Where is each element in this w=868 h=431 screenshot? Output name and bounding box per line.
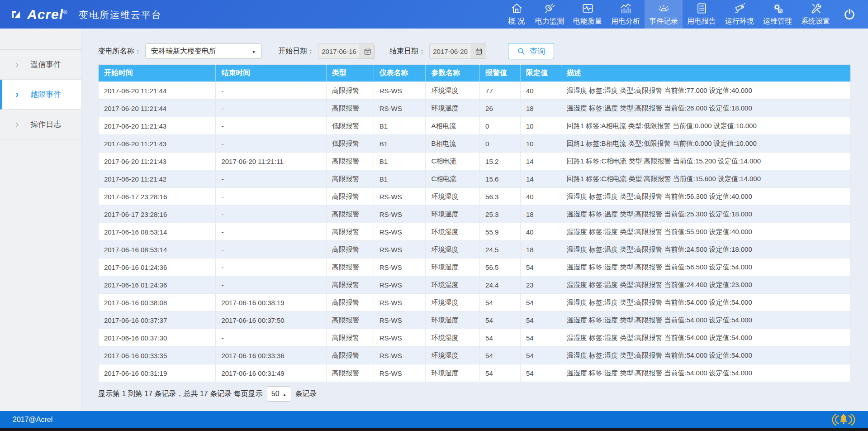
table-cell: C相电流 [426,170,480,188]
table-row[interactable]: 2017-06-20 11:21:43-低限报警B1A相电流010回路1 标签:… [99,117,851,135]
table-row[interactable]: 2017-06-20 11:21:44-高限报警RS-WS环境温度2618温湿度… [99,100,851,117]
search-icon [517,47,526,56]
table-cell: 54 [520,364,561,382]
nav-item-usage-report[interactable]: 用电报告 [683,0,721,29]
table-cell: 10 [520,117,561,135]
table-cell: - [216,188,326,206]
table-header-row: 开始时间 结束时间 类型 仪表名称 参数名称 报警值 限定值 描述 [99,65,851,82]
table-cell: 温湿度 标签:湿度 类型:高限报警 当前值:77.000 设定值:40.000 [561,82,850,100]
page-size-select[interactable]: 50 [267,386,291,402]
nav-item-power-monitoring[interactable]: 电力监测 [531,0,569,29]
alarm-notification-button[interactable] [832,413,855,426]
table-cell: 温湿度 标签:湿度 类型:高限报警 当前值:54.000 设定值:54.000 [561,329,850,347]
nav-item-power-quality[interactable]: 电能质量 [569,0,607,29]
table-cell: 高限报警 [326,82,374,100]
sidebar-item-limit-events[interactable]: 越限事件 [0,80,81,110]
table-cell: 2017-06-16 00:37:50 [216,311,326,329]
pagination-summary: 显示第 1 到第 17 条记录，总共 17 条记录 每页显示 [98,389,263,399]
nav-item-environment[interactable]: 运行环境 [721,0,759,29]
table-cell: 2017-06-17 23:28:16 [99,188,216,206]
table-cell: RS-WS [374,223,426,241]
table-cell: 15.6 [480,170,521,188]
end-date-input[interactable]: 2017-06-20 [429,43,471,59]
table-row[interactable]: 2017-06-16 00:37:372017-06-16 00:37:50高限… [99,311,851,329]
table-cell: 54 [520,259,561,276]
table-cell: 2017-06-16 00:38:08 [99,294,216,311]
pagination-suffix: 条记录 [295,389,317,399]
logout-power-button[interactable] [835,0,868,29]
table-cell: 18 [520,100,561,117]
table-row[interactable]: 2017-06-16 00:37:30-高限报警RS-WS环境湿度5454温湿度… [99,329,851,347]
table-cell: 2017-06-16 01:24:36 [99,276,216,294]
table-cell: C相电流 [426,153,480,170]
power-icon [843,8,856,21]
table-cell: 温湿度 标签:湿度 类型:高限报警 当前值:54.000 设定值:54.000 [561,311,850,329]
table-cell: 2017-06-17 23:28:16 [99,206,216,223]
table-cell: RS-WS [374,241,426,259]
table-cell: 温湿度 标签:温度 类型:高限报警 当前值:25.300 设定值:18.000 [561,206,850,223]
table-cell: RS-WS [374,276,426,294]
station-label: 变电所名称： [98,47,142,56]
table-row[interactable]: 2017-06-16 01:24:36-高限报警RS-WS环境温度24.423温… [99,276,851,294]
top-nav: 概 况 电力监测 电能质量 用电分析 [503,0,835,29]
table-cell: 55.9 [480,223,521,241]
bar-chart-icon [620,2,632,14]
logo-text: Acrel® [27,7,68,22]
plug-icon [544,2,556,14]
table-row[interactable]: 2017-06-20 11:21:43-低限报警B1B相电流010回路1 标签:… [99,135,851,153]
table-cell: 温湿度 标签:湿度 类型:高限报警 当前值:56.300 设定值:40.000 [561,188,850,206]
table-cell: 54 [520,329,561,347]
start-date-calendar-button[interactable] [360,43,375,59]
table-cell: 56.3 [480,188,521,206]
table-cell: 2017-06-16 00:31:49 [216,364,326,382]
table-row[interactable]: 2017-06-17 23:28:16-高限报警RS-WS环境温度25.318温… [99,206,851,223]
table-row[interactable]: 2017-06-16 00:31:192017-06-16 00:31:49高限… [99,364,851,382]
start-date-input[interactable]: 2017-06-16 [318,43,360,59]
nav-item-maintenance[interactable]: 运维管理 [759,0,797,29]
nav-item-event-records[interactable]: 事件记录 [645,0,683,29]
end-date-calendar-button[interactable] [471,43,486,59]
table-cell: RS-WS [374,347,426,364]
table-cell: 高限报警 [326,259,374,276]
table-row[interactable]: 2017-06-16 00:38:082017-06-16 00:38:19高限… [99,294,851,311]
start-date-group: 2017-06-16 [318,43,375,59]
table-row[interactable]: 2017-06-20 11:21:42-高限报警B1C相电流15.614回路1 … [99,170,851,188]
table-cell: 2017-06-20 11:21:43 [99,135,216,153]
table-row[interactable]: 2017-06-20 11:21:44-高限报警RS-WS环境湿度7740温湿度… [99,82,851,100]
table-row[interactable]: 2017-06-16 08:53:14-高限报警RS-WS环境温度24.518温… [99,241,851,259]
table-row[interactable]: 2017-06-17 23:28:16-高限报警RS-WS环境湿度56.340温… [99,188,851,206]
table-cell: 10 [520,135,561,153]
pagination-bar: 显示第 1 到第 17 条记录，总共 17 条记录 每页显示 50 条记录 [98,386,851,402]
table-row[interactable]: 2017-06-20 11:21:432017-06-20 11:21:11高限… [99,153,851,170]
sidebar-item-operation-log[interactable]: 操作日志 [0,110,81,139]
sidebar-item-telesignal-events[interactable]: 遥信事件 [0,50,81,80]
table-cell: - [216,117,326,135]
table-cell: B1 [374,153,426,170]
end-date-group: 2017-06-20 [429,43,486,59]
table-cell: 77 [480,82,521,100]
event-table-body: 2017-06-20 11:21:44-高限报警RS-WS环境湿度7740温湿度… [99,82,851,382]
table-cell: 54 [480,347,521,364]
nav-item-system-settings[interactable]: 系统设置 [797,0,835,29]
table-cell: 2017-06-20 11:21:44 [99,82,216,100]
table-row[interactable]: 2017-06-16 00:33:352017-06-16 00:33:36高限… [99,347,851,364]
tools-icon [810,2,822,14]
nav-item-overview[interactable]: 概 况 [503,0,531,29]
station-select[interactable]: 安科瑞新大楼变电所 [145,43,262,59]
table-cell: 54 [520,347,561,364]
table-cell: RS-WS [374,311,426,329]
table-cell: 2017-06-16 00:31:19 [99,364,216,382]
nav-item-usage-analysis[interactable]: 用电分析 [607,0,645,29]
table-row[interactable]: 2017-06-16 01:24:36-高限报警RS-WS环境湿度56.554温… [99,259,851,276]
filter-bar: 变电所名称： 安科瑞新大楼变电所 开始日期： 2017-06-16 结束日期： … [98,43,851,59]
table-cell: 温湿度 标签:湿度 类型:高限报警 当前值:54.000 设定值:54.000 [561,294,850,311]
table-row[interactable]: 2017-06-16 08:53:14-高限报警RS-WS环境湿度55.940温… [99,223,851,241]
dropdown-arrow-icon [251,47,256,55]
column-header: 结束时间 [216,65,326,82]
table-cell: 2017-06-16 08:53:14 [99,223,216,241]
search-button[interactable]: 查询 [508,43,554,59]
table-cell: 回路1 标签:A相电流 类型:低限报警 当前值:0.000 设定值:10.000 [561,117,850,135]
table-cell: RS-WS [374,100,426,117]
table-cell: 回路1 标签:B相电流 类型:低限报警 当前值:0.000 设定值:10.000 [561,135,850,153]
end-date-label: 结束日期： [389,47,426,56]
